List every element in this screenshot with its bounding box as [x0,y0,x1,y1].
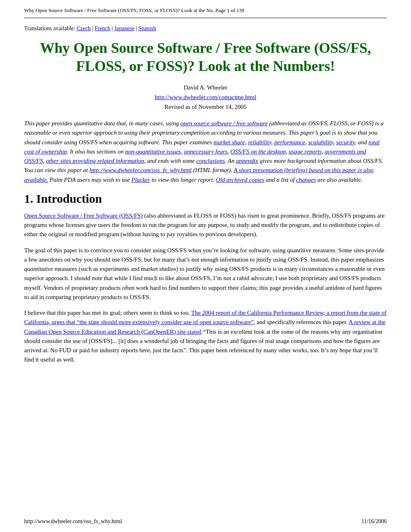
abstract-link-changes[interactable]: changes [296,177,316,183]
abstract-comma1: , [245,139,248,145]
translation-spanish[interactable]: Spanish [138,25,156,31]
abstract-comma6: , [228,148,231,155]
abstract-text-after7: . It also has sections on [67,148,125,155]
intro-para3-text-before: I believe that this paper has met its go… [24,310,191,316]
abstract-link-other-sites[interactable]: other sites providing related informatio… [46,158,144,164]
translations-label: Translations available: [24,25,75,31]
abstract-link-market-share[interactable]: market share [214,139,245,145]
intro-para3-text-mid: , and specifically references this paper… [254,319,349,325]
intro-para3: I believe that this paper has met its go… [24,308,387,365]
header-divider [24,18,387,18]
abstract-comma3: , [305,139,308,145]
abstract-text-after16: (HTML format). [191,167,233,173]
browser-tab: Why Open Source Software / Free Software… [24,7,387,14]
abstract-link-appendix[interactable]: appendix [236,158,258,164]
abstract-link-performance[interactable]: performance [274,139,305,145]
abstract-paragraph: This paper provides quantitative data th… [24,119,387,185]
main-title: Why Open Source Software / Free Software… [24,39,387,75]
abstract-link-non-quant[interactable]: non-quantitative issues [125,148,181,155]
abstract-text-after17: Palm PDA users may wish to use [48,177,131,183]
abstract-comma8: , [322,148,325,155]
intro-para2-italic: quantitative [24,266,53,272]
footer: http://www.dwheeler.com/oss_fs_why.html … [24,518,387,525]
intro-link-oss[interactable]: Open Source Software / Free Software (OS… [24,212,143,219]
abstract-link-fears[interactable]: unnecessary fears [184,148,228,155]
abstract-link-scalability[interactable]: scalability [308,139,333,145]
abstract-text-after20: are also available. [316,177,362,183]
translation-czech[interactable]: Czech [77,25,91,31]
abstract-link-reliability[interactable]: reliability [248,139,272,145]
abstract-link-html[interactable]: http://www.dwheeler.com/oss_fs_why.html [89,167,191,173]
abstract-text-before-link1: This paper provides quantitative data th… [24,120,181,127]
abstract-link-security[interactable]: security [336,139,355,145]
intro-para2: The goal of this paper is to convince yo… [24,246,387,302]
abstract-text-mid: , and [355,139,369,145]
abstract-comma7: , [286,148,289,155]
abstract-text-after18: to view this longer report. [150,177,216,183]
abstract-link-plucker[interactable]: Plucker [131,177,150,183]
abstract-comma2: , [271,139,274,145]
abstract-link-archived[interactable]: Old archived copies [216,177,264,183]
translations-bar: Translations available: Czech | French |… [24,25,387,32]
abstract-text-after13: , and ends with some [144,158,196,164]
translation-french[interactable]: French [95,25,110,31]
section1-title: 1. Introduction [24,192,387,206]
abstract-link-desktop[interactable]: OSS/FS on the desktop [230,148,286,155]
abstract-comma5: , [181,148,184,155]
abstract-text-after19: and a list of [264,177,296,183]
abstract-link-usage[interactable]: usage reports [289,148,322,155]
abstract-link-conclusions[interactable]: conclusions [196,158,225,164]
abstract-text-after14: . An [225,158,236,164]
footer-url: http://www.dwheeler.com/oss_fs_why.html [24,518,122,525]
abstract-link-oss[interactable]: open source software / free software [181,120,268,127]
author-url[interactable]: http://www.dwheeler.com/contactme.html [155,94,256,100]
translation-japanese[interactable]: Japanese [114,25,135,31]
intro-para2-text1: The goal of this paper is to convince yo… [24,247,384,263]
author-block: David A. Wheeler http://www.dwheeler.com… [24,83,387,112]
revised-date: Revised as of November 14, 2005 [24,102,387,112]
author-name: David A. Wheeler [24,83,387,92]
footer-date: 11/16/2006 [361,518,387,525]
intro-para2-text2: measures (such as experiments and market… [24,266,384,300]
intro-para1: Open Source Software / Free Software (OS… [24,211,387,239]
